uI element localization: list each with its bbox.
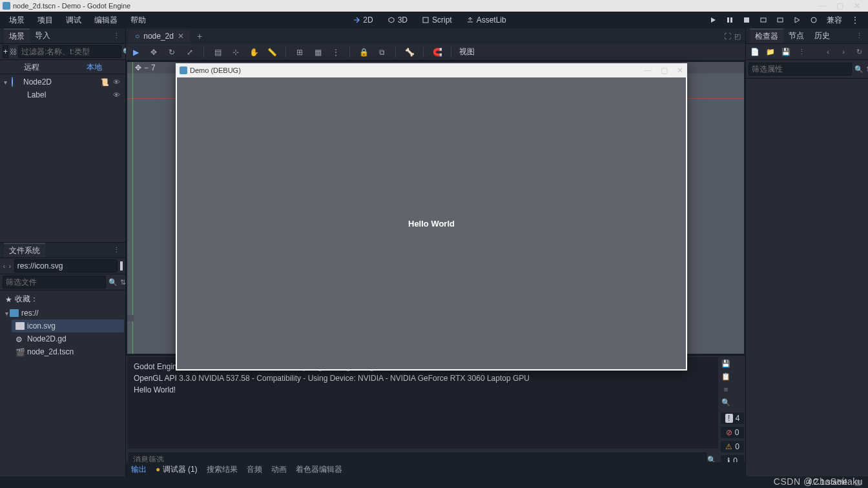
save-log-icon[interactable]: 💾 (721, 358, 731, 369)
bone-icon[interactable]: 🦴 (404, 46, 415, 58)
fs-split-icon[interactable]: ⇅ (120, 277, 126, 287)
menu-project[interactable]: 项目 (31, 12, 59, 28)
scale-tool-icon[interactable]: ⤢ (184, 46, 196, 58)
distraction-free-icon[interactable]: ◰ (732, 31, 743, 41)
menu-editor[interactable]: 编辑器 (88, 12, 124, 28)
remote-icon[interactable] (757, 14, 770, 26)
pause-button[interactable] (723, 14, 736, 26)
fs-favorites[interactable]: ★收藏： (1, 292, 124, 307)
load-resource-icon[interactable]: 📁 (765, 46, 776, 57)
view-3d-button[interactable]: 3D (381, 12, 414, 28)
tab-audio[interactable]: 音频 (247, 464, 262, 475)
new-resource-icon[interactable]: 📄 (750, 46, 760, 57)
close-icon[interactable]: ✕ (677, 66, 683, 75)
nav-fwd-icon[interactable]: › (838, 46, 849, 57)
panel-menu-icon[interactable]: ⋮ (111, 31, 121, 41)
move-tool-icon[interactable]: ✥ (148, 46, 160, 58)
scene-filter-input[interactable] (18, 45, 121, 58)
tab-output[interactable]: 输出 (131, 464, 147, 475)
tab-anim[interactable]: 动画 (271, 464, 287, 475)
script-icon[interactable]: 📜 (99, 77, 110, 87)
render-icon[interactable] (807, 14, 820, 26)
view-assetlib-button[interactable]: AssetLib (460, 12, 513, 28)
tab-filesystem[interactable]: 文件系统 (4, 243, 45, 258)
copy-log-icon[interactable]: 📋 (721, 371, 731, 381)
cursor-icon[interactable]: ✥ (135, 63, 141, 72)
game-window[interactable]: Demo (DEBUG) — ▢ ✕ Hello World (176, 63, 687, 371)
movie-icon[interactable] (774, 14, 787, 26)
expand-icon[interactable]: ▾ (4, 79, 12, 86)
tab-history[interactable]: 历史 (809, 29, 835, 43)
search-log-icon[interactable]: 🔍 (721, 397, 731, 407)
play-scene-button[interactable] (790, 14, 803, 26)
list-tool-icon[interactable]: ▤ (212, 46, 223, 58)
tab-import[interactable]: 导入 (30, 29, 56, 43)
zoom-out-icon[interactable]: − (144, 63, 149, 72)
maximize-icon[interactable]: ▢ (836, 1, 843, 10)
inspector-filter-input[interactable] (749, 63, 852, 76)
more-icon[interactable]: ⋮ (849, 14, 862, 26)
search-icon[interactable]: 🔍 (108, 277, 118, 287)
tab-inspector[interactable]: 检查器 (750, 28, 783, 43)
view-2d-button[interactable]: 2D (346, 12, 379, 28)
fs-filter-input[interactable] (3, 276, 106, 289)
expand-view-icon[interactable]: ⛶ (722, 31, 732, 41)
fs-file[interactable]: 🎬node_2d.tscn (12, 345, 124, 358)
ruler-tool-icon[interactable]: 📏 (266, 46, 278, 58)
stop-button[interactable] (740, 14, 753, 26)
snap-options-icon[interactable]: ▦ (312, 46, 324, 58)
rotate-tool-icon[interactable]: ↻ (166, 46, 178, 58)
close-tab-icon[interactable]: ✕ (178, 32, 184, 41)
view-menu[interactable]: 视图 (459, 46, 475, 57)
snap-icon[interactable]: ⊞ (294, 46, 305, 58)
add-node-button[interactable]: + (3, 45, 8, 58)
scroll-handle[interactable] (127, 315, 134, 321)
save-resource-icon[interactable]: 💾 (781, 46, 791, 57)
panel-menu-icon[interactable]: ⋮ (854, 31, 864, 41)
select-tool-icon[interactable]: ▶ (130, 46, 141, 58)
warn-count[interactable]: ⚠0 (721, 441, 744, 452)
more-icon[interactable]: ⋮ (330, 46, 342, 58)
maximize-icon[interactable]: ▢ (661, 66, 668, 75)
visible-icon[interactable]: 👁 (111, 90, 121, 100)
pan-tool-icon[interactable]: ✋ (248, 46, 260, 58)
magnet-icon[interactable]: 🧲 (431, 46, 443, 58)
group-icon[interactable]: ⧉ (376, 46, 388, 58)
menu-scene[interactable]: 场景 (3, 12, 31, 28)
tab-node[interactable]: 节点 (783, 29, 809, 43)
menu-debug[interactable]: 调试 (59, 12, 88, 28)
tab-scene[interactable]: 场景 (4, 28, 30, 43)
render-mode[interactable]: 兼容 (824, 15, 845, 26)
link-icon[interactable]: ⛓ (10, 46, 17, 57)
fs-root[interactable]: ▾res:// (1, 307, 124, 320)
nav-fwd-icon[interactable]: › (8, 261, 12, 271)
error-count[interactable]: ⊘0 (721, 427, 744, 438)
tree-row-root[interactable]: ▾ Node2D 📜👁 (1, 76, 124, 88)
subtab-remote[interactable]: 远程 (0, 60, 63, 74)
clear-log-icon[interactable]: ≡ (721, 384, 731, 394)
history-icon[interactable]: ↻ (854, 46, 864, 57)
scene-tab[interactable]: ○ node_2d ✕ (129, 30, 191, 42)
view-script-button[interactable]: Script (415, 12, 459, 28)
minimize-icon[interactable]: — (818, 1, 826, 10)
lock-icon[interactable]: 🔒 (358, 46, 369, 58)
fs-file[interactable]: icon.svg (12, 320, 124, 332)
output-log[interactable]: Godot Engine v4.2.1.stable.official.b09f… (127, 357, 718, 449)
menu-help[interactable]: 帮助 (124, 12, 152, 28)
new-tab-button[interactable]: + (191, 31, 209, 41)
panel-menu-icon[interactable]: ⋮ (111, 245, 121, 256)
nav-back-icon[interactable]: ‹ (823, 46, 833, 57)
close-icon[interactable]: ✕ (854, 1, 860, 10)
more-icon[interactable]: ⋮ (796, 46, 807, 57)
tree-row-child[interactable]: Label 👁 (1, 88, 124, 101)
subtab-local[interactable]: 本地 (63, 60, 125, 74)
info-count[interactable]: !4 (721, 412, 744, 424)
tab-shader[interactable]: 着色器编辑器 (296, 464, 342, 475)
search-icon[interactable]: 🔍 (854, 64, 863, 74)
tab-debugger[interactable]: ● 调试器 (1) (156, 464, 198, 475)
fs-path-input[interactable] (14, 259, 118, 272)
nav-back-icon[interactable]: ‹ (3, 261, 6, 271)
tab-search[interactable]: 搜索结果 (207, 464, 238, 475)
fs-file[interactable]: ⚙Node2D.gd (12, 332, 124, 345)
visible-icon[interactable]: 👁 (111, 77, 121, 87)
